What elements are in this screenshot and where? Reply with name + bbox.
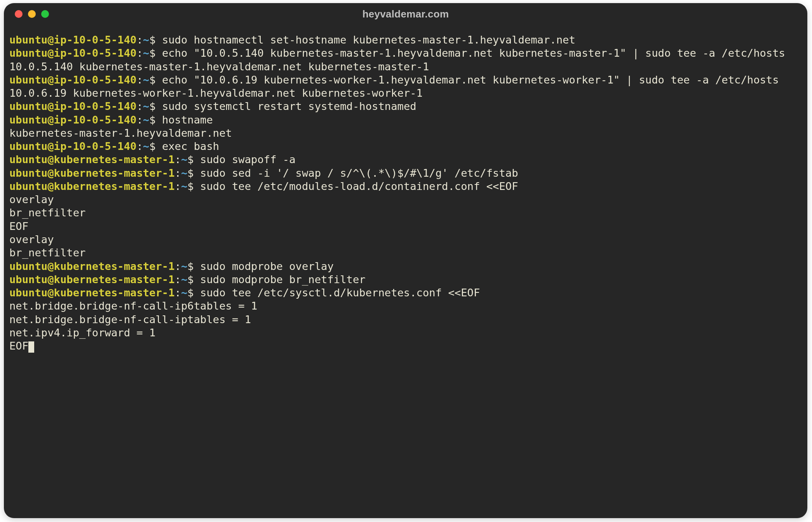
terminal-output-line: br_netfilter <box>9 246 802 259</box>
prompt-colon: : <box>136 140 143 152</box>
prompt-dollar: $ <box>187 167 193 179</box>
command-text: sudo sed -i '/ swap / s/^\(.*\)$/#\1/g' … <box>194 167 518 179</box>
command-text: sudo modprobe overlay <box>194 260 334 272</box>
prompt-dollar: $ <box>187 180 193 192</box>
command-text: sudo swapoff -a <box>194 153 296 165</box>
terminal-output-line: EOF <box>9 339 802 353</box>
shell-prompt: ubuntu@kubernetes-master-1:~$ <box>9 167 194 179</box>
prompt-dollar: $ <box>149 100 155 112</box>
prompt-path: ~ <box>181 180 187 192</box>
output-text: net.bridge.bridge-nf-call-ip6tables = 1 <box>9 300 257 312</box>
traffic-lights <box>15 10 49 18</box>
prompt-dollar: $ <box>149 114 155 126</box>
terminal-command-line: ubuntu@kubernetes-master-1:~$ sudo swapo… <box>9 153 802 166</box>
command-text: hostname <box>156 114 213 126</box>
minimize-icon[interactable] <box>28 10 36 18</box>
prompt-path: ~ <box>181 167 187 179</box>
terminal-window: heyvaldemar.com ubuntu@ip-10-0-5-140:~$ … <box>4 3 807 518</box>
prompt-user: ubuntu <box>9 167 47 179</box>
terminal-output-line: net.ipv4.ip_forward = 1 <box>9 326 802 339</box>
terminal-command-line: ubuntu@ip-10-0-5-140:~$ hostname <box>9 113 802 127</box>
command-text: exec bash <box>156 140 220 152</box>
shell-prompt: ubuntu@ip-10-0-5-140:~$ <box>9 100 156 112</box>
output-text: EOF <box>9 220 28 232</box>
prompt-colon: : <box>175 260 181 272</box>
terminal-command-line: ubuntu@kubernetes-master-1:~$ sudo tee /… <box>9 286 802 299</box>
terminal-command-line: ubuntu@ip-10-0-5-140:~$ sudo hostnamectl… <box>9 33 802 47</box>
prompt-path: ~ <box>181 287 187 299</box>
prompt-dollar: $ <box>187 260 193 272</box>
prompt-host: kubernetes-master-1 <box>54 167 175 179</box>
prompt-user: ubuntu <box>9 287 47 299</box>
prompt-path: ~ <box>143 140 149 152</box>
shell-prompt: ubuntu@kubernetes-master-1:~$ <box>9 260 194 272</box>
prompt-at: @ <box>47 287 54 299</box>
prompt-at: @ <box>47 153 54 165</box>
output-text: net.ipv4.ip_forward = 1 <box>9 327 155 339</box>
output-text: kubernetes-master-1.heyvaldemar.net <box>9 127 232 139</box>
prompt-user: ubuntu <box>9 34 47 46</box>
prompt-user: ubuntu <box>9 100 47 112</box>
prompt-path: ~ <box>143 34 149 46</box>
command-text: echo "10.0.6.19 kubernetes-worker-1.heyv… <box>156 74 779 86</box>
terminal-command-line: ubuntu@kubernetes-master-1:~$ sudo tee /… <box>9 180 802 193</box>
output-text: net.bridge.bridge-nf-call-iptables = 1 <box>9 313 251 325</box>
prompt-host: kubernetes-master-1 <box>54 287 175 299</box>
prompt-colon: : <box>175 153 181 165</box>
cursor-icon <box>28 341 34 353</box>
terminal-command-line: ubuntu@ip-10-0-5-140:~$ echo "10.0.5.140… <box>9 47 802 60</box>
terminal-output-line: net.bridge.bridge-nf-call-ip6tables = 1 <box>9 299 802 313</box>
terminal-output-line: EOF <box>9 220 802 233</box>
shell-prompt: ubuntu@ip-10-0-5-140:~$ <box>9 74 156 86</box>
prompt-dollar: $ <box>149 47 155 59</box>
prompt-at: @ <box>47 47 54 59</box>
command-text: sudo tee /etc/modules-load.d/containerd.… <box>194 180 518 192</box>
prompt-user: ubuntu <box>9 114 47 126</box>
terminal-command-line: ubuntu@ip-10-0-5-140:~$ exec bash <box>9 140 802 153</box>
terminal-body[interactable]: ubuntu@ip-10-0-5-140:~$ sudo hostnamectl… <box>4 25 807 358</box>
zoom-icon[interactable] <box>41 10 49 18</box>
prompt-host: kubernetes-master-1 <box>54 180 175 192</box>
command-text: sudo tee /etc/sysctl.d/kubernetes.conf <… <box>194 287 480 299</box>
prompt-at: @ <box>47 34 54 46</box>
prompt-colon: : <box>136 74 143 86</box>
prompt-path: ~ <box>181 260 187 272</box>
prompt-at: @ <box>47 167 54 179</box>
prompt-host: ip-10-0-5-140 <box>54 74 137 86</box>
shell-prompt: ubuntu@kubernetes-master-1:~$ <box>9 273 194 285</box>
output-text: 10.0.6.19 kubernetes-worker-1.heyvaldema… <box>9 87 423 99</box>
command-text: echo "10.0.5.140 kubernetes-master-1.hey… <box>156 47 785 59</box>
terminal-output-line: 10.0.5.140 kubernetes-master-1.heyvaldem… <box>9 60 802 73</box>
prompt-user: ubuntu <box>9 74 47 86</box>
prompt-dollar: $ <box>149 34 155 46</box>
prompt-path: ~ <box>181 273 187 285</box>
prompt-colon: : <box>175 167 181 179</box>
prompt-user: ubuntu <box>9 140 47 152</box>
prompt-host: kubernetes-master-1 <box>54 260 175 272</box>
prompt-user: ubuntu <box>9 260 47 272</box>
prompt-path: ~ <box>143 74 149 86</box>
prompt-dollar: $ <box>187 273 193 285</box>
prompt-path: ~ <box>143 100 149 112</box>
close-icon[interactable] <box>15 10 23 18</box>
output-text: br_netfilter <box>9 207 85 219</box>
prompt-dollar: $ <box>187 287 193 299</box>
prompt-host: kubernetes-master-1 <box>54 153 175 165</box>
terminal-command-line: ubuntu@kubernetes-master-1:~$ sudo modpr… <box>9 260 802 273</box>
prompt-host: ip-10-0-5-140 <box>54 34 137 46</box>
terminal-output-line: kubernetes-master-1.heyvaldemar.net <box>9 127 802 140</box>
terminal-command-line: ubuntu@ip-10-0-5-140:~$ echo "10.0.6.19 … <box>9 73 802 87</box>
output-text: overlay <box>9 233 54 245</box>
prompt-colon: : <box>136 100 143 112</box>
shell-prompt: ubuntu@ip-10-0-5-140:~$ <box>9 114 156 126</box>
prompt-at: @ <box>47 273 54 285</box>
prompt-user: ubuntu <box>9 47 47 59</box>
prompt-user: ubuntu <box>9 153 47 165</box>
prompt-colon: : <box>136 34 143 46</box>
prompt-path: ~ <box>143 114 149 126</box>
terminal-output-line: overlay <box>9 193 802 206</box>
shell-prompt: ubuntu@ip-10-0-5-140:~$ <box>9 34 156 46</box>
prompt-host: ip-10-0-5-140 <box>54 47 137 59</box>
prompt-host: ip-10-0-5-140 <box>54 114 137 126</box>
output-text: EOF <box>9 340 28 352</box>
